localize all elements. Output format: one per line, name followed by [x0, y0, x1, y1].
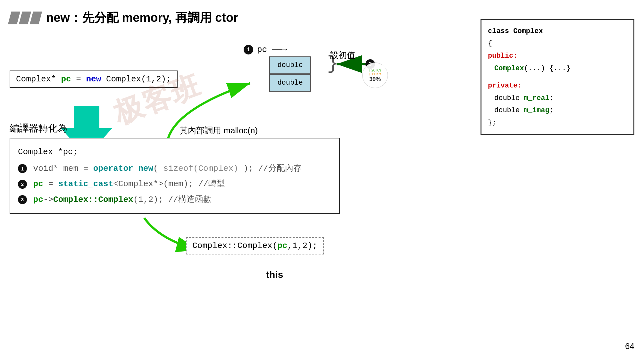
speed-percent: 39% — [369, 76, 381, 83]
stripe-3 — [30, 12, 42, 24]
right-line-1: class Complex — [488, 25, 627, 38]
code-line-2: 2 pc = static_cast<Complex*>(mem); //轉型 — [18, 177, 331, 191]
code-line-0: Complex *pc; — [18, 145, 331, 159]
right-line-2: { — [488, 38, 627, 50]
right-line-9: }; — [488, 117, 627, 129]
title-area: new：先分配 memory, 再調用 ctor — [10, 10, 238, 26]
memory-diagram: 1 pc ——→ double double — [244, 45, 311, 92]
right-line-8: double m_imag; — [488, 104, 627, 117]
page-title: new：先分配 memory, 再調用 ctor — [46, 10, 238, 26]
code-box-top: Complex* pc = new Complex(1,2); — [10, 71, 178, 88]
stripe-1 — [8, 12, 21, 24]
this-label: this — [266, 269, 283, 280]
speed-down: ↓ 11 K/s — [369, 72, 381, 76]
compiler-label: 編譯器轉化為 — [10, 122, 67, 135]
right-line-4: Complex(...) {...} — [488, 62, 627, 75]
step-2-inline: 2 — [18, 180, 27, 189]
malloc-label: 其內部調用 malloc(n) — [180, 125, 258, 136]
pc-label: pc ——→ — [257, 45, 287, 54]
main-code-block: Complex *pc; 1 void* mem = operator new(… — [10, 138, 340, 214]
code-line-3: 3 pc->Complex::Complex(1,2); //構造函數 — [18, 193, 331, 207]
page-number: 64 — [625, 341, 634, 351]
speed-overlay: ↑ 20 K/s ↓ 11 K/s 39% — [362, 62, 388, 88]
pc-label-row: 1 pc ——→ — [244, 45, 287, 54]
bottom-code-box: Complex::Complex(pc,1,2); — [186, 237, 324, 254]
code-line-1: 1 void* mem = operator new( sizeof(Compl… — [18, 162, 331, 176]
mem-box-real: double — [269, 56, 311, 74]
speed-up: ↑ 20 K/s — [369, 68, 381, 72]
right-line-6: private: — [488, 80, 627, 92]
right-line-7: double m_real; — [488, 92, 627, 105]
right-line-3: public: — [488, 50, 627, 62]
step-3-inline: 3 — [18, 195, 27, 204]
step-1-inline: 1 — [18, 164, 27, 173]
mem-box-imag: double — [269, 74, 311, 92]
title-stripes — [10, 12, 40, 24]
step-circle-1: 1 — [244, 45, 253, 54]
right-panel: class Complex { public: Complex(...) {..… — [481, 19, 634, 135]
memory-boxes: double double — [269, 56, 311, 92]
right-line-5 — [488, 75, 627, 80]
stripe-2 — [19, 12, 31, 24]
set-init-label: 設初值 — [330, 50, 355, 61]
